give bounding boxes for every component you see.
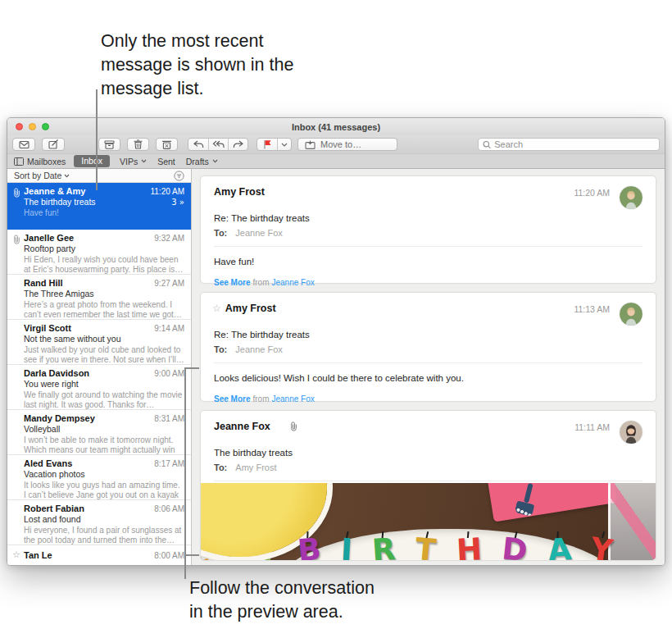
reply-button[interactable] [188, 139, 208, 150]
card-sender: Jeanne Fox [214, 421, 270, 432]
card-header: Amy Frost 11:20 AM [214, 186, 642, 209]
search-input[interactable] [494, 139, 655, 149]
message-list-item[interactable]: Rand Hill 9:27 AM The Three Amigas Here’… [7, 275, 191, 320]
filter-icon [174, 171, 184, 181]
callout-bottom-bracket-bottom-arm [186, 554, 199, 556]
traffic-lights [16, 123, 49, 130]
minimize-button[interactable] [29, 123, 36, 130]
message-preview: Here’s a great photo from the weekend. I… [24, 300, 184, 320]
favorites-drafts-button[interactable]: Drafts [186, 157, 218, 166]
flag-dropdown-button[interactable] [277, 139, 291, 150]
sidebar-panel-icon [14, 157, 24, 166]
see-more-from-word: from [252, 394, 269, 403]
message-subject: The birthday treats [24, 197, 96, 207]
get-mail-button[interactable] [12, 138, 35, 151]
preview-message-card[interactable]: Amy Frost 11:20 AM Re: The birthday trea… [200, 175, 656, 284]
message-sender: Mandy Dempsey [24, 413, 95, 424]
fork-handle [524, 483, 534, 504]
junk-button[interactable] [156, 138, 178, 151]
callout-bottom-bracket-top-arm [186, 367, 199, 369]
compose-icon [48, 139, 59, 149]
move-to-icon [305, 140, 316, 149]
card-subject: Re: The birthday treats [214, 213, 642, 223]
forward-button[interactable] [228, 139, 247, 150]
message-sender: Robert Fabian [24, 504, 84, 514]
message-subject: You were right [24, 379, 79, 390]
card-divider [214, 246, 642, 247]
paperclip-icon [13, 235, 20, 244]
favorites-sent-button[interactable]: Sent [157, 157, 175, 166]
search-field[interactable] [478, 138, 660, 151]
message-preview: Hi Eden, I really wish you could have be… [24, 255, 184, 275]
message-list-item[interactable]: Aled Evans 8:17 AM Vacation photos It lo… [7, 455, 191, 500]
message-time: 9:32 AM [154, 234, 184, 243]
card-subject: Re: The birthday treats [214, 330, 642, 340]
drinking-glass [608, 483, 656, 560]
message-list-item[interactable]: Janelle Gee 9:32 AM Rooftop party Hi Ede… [7, 230, 191, 275]
pink-napkin [488, 483, 617, 522]
card-time: 11:13 AM [574, 304, 610, 314]
archive-button[interactable] [98, 138, 120, 151]
chevron-down-icon [212, 159, 218, 163]
favorites-inbox-selected[interactable]: Inbox [74, 155, 110, 167]
message-list-item[interactable]: Darla Davidson 9:00 AM You were right We… [7, 365, 191, 410]
delete-button[interactable] [127, 138, 149, 151]
see-more-link[interactable]: See More [214, 278, 250, 287]
message-time: 8:31 AM [154, 414, 184, 423]
favorites-mailboxes-button[interactable]: Mailboxes [14, 157, 66, 166]
avatar [620, 303, 642, 326]
card-divider [214, 362, 642, 363]
star-icon[interactable]: ☆ [212, 303, 221, 314]
message-subject: Vacation photos [24, 469, 85, 480]
see-more-sender-link[interactable]: Jeanne Fox [271, 278, 314, 287]
move-to-button[interactable]: Move to… [297, 138, 397, 151]
fullscreen-button[interactable] [42, 123, 49, 130]
chevron-down-icon [141, 159, 147, 163]
preview-message-card[interactable]: ☆ Amy Frost 11:13 AM Re: The birthday tr… [200, 292, 656, 402]
sort-by-date-button[interactable]: Sort by Date [14, 171, 70, 180]
junk-icon [161, 140, 172, 149]
card-time: 11:11 AM [574, 422, 610, 432]
close-button[interactable] [16, 123, 23, 130]
card-sender: Amy Frost [225, 303, 276, 314]
to-label: To: [214, 228, 227, 238]
see-more-sender-link[interactable]: Jeanne Fox [271, 394, 314, 403]
message-sender: Tan Le [24, 550, 52, 561]
message-list-item[interactable]: Jeanne & Amy 11:20 AM The birthday treat… [7, 183, 191, 230]
filter-button[interactable] [174, 171, 184, 181]
message-sender: Virgil Scott [24, 323, 71, 334]
message-list-item[interactable]: ☆ Tan Le 8:00 AM [7, 545, 191, 566]
favorites-vips-button[interactable]: VIPs [120, 157, 147, 166]
preview-pane: Amy Frost 11:20 AM Re: The birthday trea… [192, 169, 665, 566]
message-sender: Jeanne & Amy [24, 186, 85, 197]
message-list-item[interactable]: Robert Fabian 8:06 AM Lost and found Hi … [7, 500, 191, 545]
flag-group [257, 138, 292, 151]
see-more-line: See MorefromJeanne Fox [214, 278, 642, 287]
message-list-item[interactable]: Mandy Dempsey 8:31 AM Volleyball I won’t… [7, 410, 191, 455]
reply-group [188, 138, 248, 151]
callout-top-line: message is shown in the [101, 53, 293, 77]
archive-box-icon [104, 140, 115, 149]
callout-bottom-pointer-line [184, 367, 186, 579]
screenshot-canvas: Only the most recent message is shown in… [0, 0, 672, 638]
avatar [620, 186, 642, 209]
compose-button[interactable] [42, 138, 65, 151]
move-to-label: Move to… [320, 139, 361, 149]
window-titlebar[interactable]: Inbox (41 messages) [7, 118, 665, 135]
card-to-line: To: Jeanne Fox [214, 228, 642, 238]
message-list-item[interactable]: Virgil Scott 9:14 AM Not the same withou… [7, 320, 191, 365]
sort-by-date-label: Sort by Date [14, 171, 61, 180]
flag-button[interactable] [257, 139, 277, 150]
forward-icon [233, 140, 244, 148]
message-sender: Rand Hill [24, 278, 63, 289]
card-subject: The birthday treats [214, 448, 642, 458]
preview-message-card[interactable]: Jeanne Fox 11:11 AM The birthday treats … [200, 410, 656, 561]
message-subject: The Three Amigas [24, 289, 94, 299]
message-preview: Hi everyone, I found a pair of sunglasse… [24, 526, 184, 545]
message-preview: We finally got around to watching the mo… [24, 390, 184, 410]
see-more-link[interactable]: See More [214, 394, 250, 403]
reply-all-button[interactable] [208, 139, 228, 150]
callout-bottom-line: in the preview area. [189, 600, 375, 624]
paperclip-icon [13, 188, 20, 198]
birthday-cake-image: BIRTHDAY [201, 483, 656, 560]
